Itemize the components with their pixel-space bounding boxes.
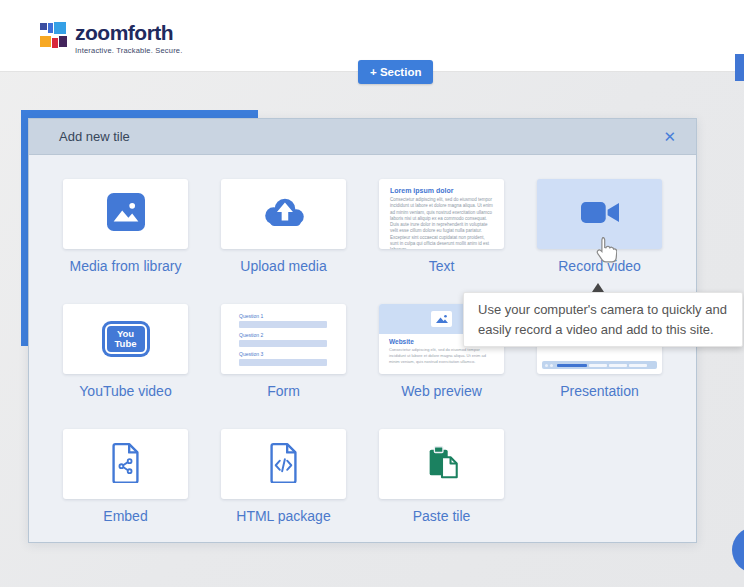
tile-html-package[interactable]: HTML package	[221, 429, 346, 554]
share-document-icon	[109, 442, 142, 487]
tile-embed[interactable]: Embed	[63, 429, 188, 554]
cloud-upload-icon	[261, 196, 307, 232]
page: zoomforth Interactive. Trackable. Secure…	[0, 0, 744, 587]
youtube-icon: You Tube	[102, 321, 150, 357]
right-edge-button[interactable]	[735, 54, 744, 81]
tile-label: Embed	[103, 508, 147, 524]
hand-cursor-icon	[594, 236, 617, 267]
section-highlight-left	[21, 110, 28, 346]
tile-label: Paste tile	[413, 508, 471, 524]
video-camera-icon	[581, 201, 619, 228]
tile-youtube-video[interactable]: You Tube YouTube video	[63, 304, 188, 429]
tooltip-arrow	[592, 283, 604, 292]
code-document-icon	[267, 442, 300, 487]
tile-label: Media from library	[69, 258, 181, 274]
tile-label: Form	[267, 383, 300, 399]
tile-media-from-library[interactable]: Media from library	[63, 179, 188, 304]
logo-tagline: Interactive. Trackable. Secure.	[75, 46, 183, 55]
tile-label: Text	[429, 258, 455, 274]
text-preview: Lorem ipsum dolor Consectetur adipiscing…	[379, 179, 504, 249]
logo-name: zoomforth	[75, 22, 183, 43]
tile-label: Web preview	[401, 383, 482, 399]
zoomforth-logo: zoomforth Interactive. Trackable. Secure…	[40, 22, 183, 55]
tile-upload-media[interactable]: Upload media	[221, 179, 346, 304]
zoomforth-logo-icon	[40, 22, 67, 49]
tile-label: Upload media	[240, 258, 326, 274]
tile-paste-tile[interactable]: Paste tile	[379, 429, 504, 554]
floating-action-button[interactable]	[732, 527, 744, 573]
image-icon	[107, 193, 145, 235]
thumbnail-image-icon	[431, 311, 452, 327]
modal-header: Add new tile ✕	[29, 119, 696, 155]
tile-label: YouTube video	[79, 383, 171, 399]
tile-label: Presentation	[560, 383, 639, 399]
form-preview: Question 1 Question 2 Question 3	[221, 304, 346, 374]
add-section-button[interactable]: + Section	[358, 60, 433, 84]
tile-grid: Media from library	[63, 179, 662, 554]
tile-label: HTML package	[236, 508, 330, 524]
presentation-player-bar	[542, 361, 657, 369]
tile-text[interactable]: Lorem ipsum dolor Consectetur adipiscing…	[379, 179, 504, 304]
close-icon[interactable]: ✕	[663, 127, 676, 147]
clipboard-paste-icon	[423, 443, 461, 485]
record-video-tooltip: Use your computer's camera to quickly an…	[463, 292, 743, 347]
modal-title: Add new tile	[59, 129, 130, 144]
tile-form[interactable]: Question 1 Question 2 Question 3 Form	[221, 304, 346, 429]
